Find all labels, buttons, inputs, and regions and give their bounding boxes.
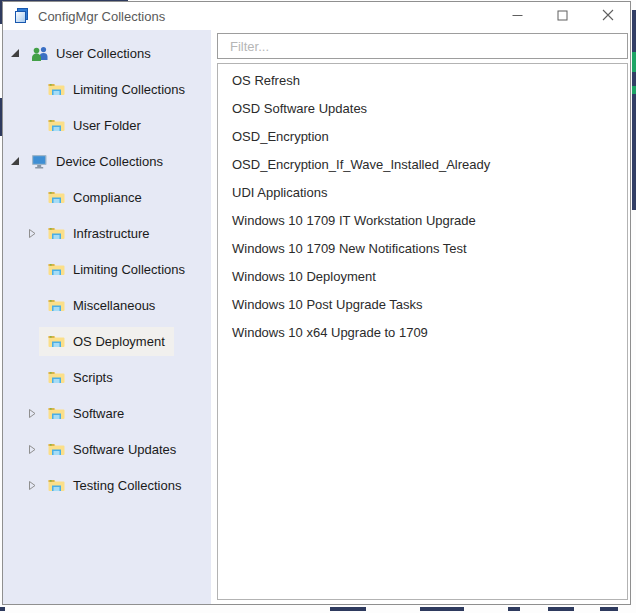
tree-item-user-folder[interactable]: User Folder xyxy=(3,107,211,143)
tree-item-surface[interactable]: Scripts xyxy=(39,363,122,392)
app-icon xyxy=(13,7,30,25)
tree-item-os-deployment[interactable]: OS Deployment xyxy=(3,323,211,359)
maximize-button[interactable] xyxy=(540,2,585,30)
tree-item-surface[interactable]: Compliance xyxy=(39,183,151,212)
tree-item-limiting-collections[interactable]: Limiting Collections xyxy=(3,251,211,287)
collections-list[interactable]: OS RefreshOSD Software UpdatesOSD_Encryp… xyxy=(217,63,628,600)
folder-icon xyxy=(48,263,68,276)
tree-item-label: Software Updates xyxy=(73,442,176,457)
maximize-icon xyxy=(557,7,568,25)
folder-icon xyxy=(48,443,68,456)
collections-panel: OS RefreshOSD Software UpdatesOSD_Encryp… xyxy=(217,33,628,600)
tree-item-surface[interactable]: Limiting Collections xyxy=(39,75,194,104)
tree-item-label: Software xyxy=(73,406,124,421)
tree-item-device-collections[interactable]: Device Collections xyxy=(3,143,211,179)
desktop-artifact xyxy=(548,607,574,611)
folder-icon xyxy=(48,119,68,132)
tree-item-limiting-collections[interactable]: Limiting Collections xyxy=(3,71,211,107)
tree-item-software[interactable]: Software xyxy=(3,395,211,431)
tree-item-software-updates[interactable]: Software Updates xyxy=(3,431,211,467)
desktop-artifact xyxy=(0,607,5,611)
desktop-artifact xyxy=(600,607,618,611)
list-item-windows-10-1709-new-notifications-test[interactable]: Windows 10 1709 New Notifications Test xyxy=(218,235,627,263)
collapsed-arrow-icon[interactable] xyxy=(25,480,39,491)
list-item-windows-10-deployment[interactable]: Windows 10 Deployment xyxy=(218,263,627,291)
tree-item-user-collections[interactable]: User Collections xyxy=(3,35,211,71)
tree-item-label: Testing Collections xyxy=(73,478,181,493)
tree-item-label: Scripts xyxy=(73,370,113,385)
tree-item-surface[interactable]: Software xyxy=(39,399,133,428)
list-item-osd-encryption[interactable]: OSD_Encryption xyxy=(218,123,627,151)
tree-item-surface[interactable]: Miscellaneous xyxy=(39,291,164,320)
tree-item-label: Miscellaneous xyxy=(73,298,155,313)
desktop-artifact xyxy=(632,10,636,210)
folder-icon xyxy=(48,335,68,348)
desktop-artifact xyxy=(632,52,636,72)
tree-item-selected-surface[interactable]: OS Deployment xyxy=(39,327,174,356)
desktop-artifact xyxy=(508,607,520,611)
devices-icon xyxy=(31,154,51,169)
tree-item-label: Infrastructure xyxy=(73,226,150,241)
list-item-osd-encryption-if-wave-installed-already[interactable]: OSD_Encryption_If_Wave_Installed_Already xyxy=(218,151,627,179)
tree-item-label: User Folder xyxy=(73,118,141,133)
folder-icon xyxy=(48,479,68,492)
tree-item-scripts[interactable]: Scripts xyxy=(3,359,211,395)
tree-item-compliance[interactable]: Compliance xyxy=(3,179,211,215)
close-icon xyxy=(602,7,614,25)
minimize-button[interactable] xyxy=(495,2,540,30)
filter-input[interactable] xyxy=(217,33,628,59)
list-item-udi-applications[interactable]: UDI Applications xyxy=(218,179,627,207)
tree-item-surface[interactable]: User Folder xyxy=(39,111,150,140)
title-bar[interactable]: ConfigMgr Collections xyxy=(3,2,630,30)
tree-item-label: Limiting Collections xyxy=(73,82,185,97)
collapsed-arrow-icon[interactable] xyxy=(25,444,39,455)
list-item-windows-10-x64-upgrade-to-1709[interactable]: Windows 10 x64 Upgrade to 1709 xyxy=(218,319,627,347)
folder-icon xyxy=(48,83,68,96)
tree-item-label: Device Collections xyxy=(56,154,163,169)
tree-item-miscellaneous[interactable]: Miscellaneous xyxy=(3,287,211,323)
tree-item-label: OS Deployment xyxy=(73,334,165,349)
expanded-arrow-icon[interactable] xyxy=(8,49,22,58)
collections-tree: User CollectionsLimiting CollectionsUser… xyxy=(3,30,211,503)
tree-item-label: User Collections xyxy=(56,46,151,61)
app-window: ConfigMgr Collections User CollectionsLi… xyxy=(2,1,631,605)
folder-icon xyxy=(48,227,68,240)
list-item-os-refresh[interactable]: OS Refresh xyxy=(218,67,627,95)
desktop-artifact xyxy=(632,86,636,94)
folder-icon xyxy=(48,371,68,384)
desktop-artifact xyxy=(420,607,464,611)
collapsed-arrow-icon[interactable] xyxy=(25,228,39,239)
tree-item-infrastructure[interactable]: Infrastructure xyxy=(3,215,211,251)
tree-item-label: Compliance xyxy=(73,190,142,205)
minimize-icon xyxy=(512,7,523,25)
tree-item-surface[interactable]: Infrastructure xyxy=(39,219,159,248)
folder-icon xyxy=(48,407,68,420)
close-button[interactable] xyxy=(585,2,630,30)
collapsed-arrow-icon[interactable] xyxy=(25,408,39,419)
folder-icon xyxy=(48,191,68,204)
collections-sidebar: User CollectionsLimiting CollectionsUser… xyxy=(3,30,211,604)
list-item-windows-10-1709-it-workstation-upgrade[interactable]: Windows 10 1709 IT Workstation Upgrade xyxy=(218,207,627,235)
folder-icon xyxy=(48,299,68,312)
list-item-osd-software-updates[interactable]: OSD Software Updates xyxy=(218,95,627,123)
tree-item-surface[interactable]: Limiting Collections xyxy=(39,255,194,284)
tree-item-testing-collections[interactable]: Testing Collections xyxy=(3,467,211,503)
users-icon xyxy=(31,46,51,61)
tree-item-surface[interactable]: Software Updates xyxy=(39,435,185,464)
desktop-artifact xyxy=(330,607,366,611)
window-controls xyxy=(495,2,630,30)
window-title: ConfigMgr Collections xyxy=(38,9,165,24)
tree-item-surface[interactable]: User Collections xyxy=(22,39,160,68)
tree-item-label: Limiting Collections xyxy=(73,262,185,277)
list-item-windows-10-post-upgrade-tasks[interactable]: Windows 10 Post Upgrade Tasks xyxy=(218,291,627,319)
tree-item-surface[interactable]: Testing Collections xyxy=(39,471,190,500)
tree-item-surface[interactable]: Device Collections xyxy=(22,147,172,176)
expanded-arrow-icon[interactable] xyxy=(8,157,22,166)
